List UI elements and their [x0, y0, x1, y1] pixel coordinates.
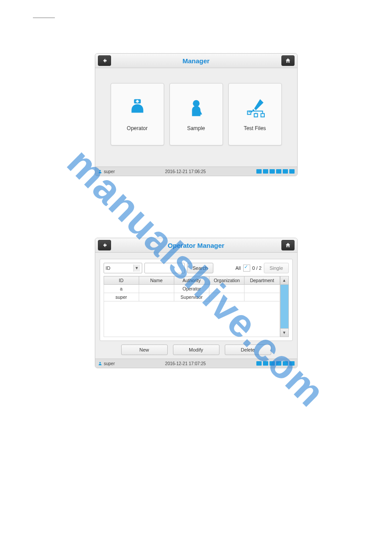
home-icon: [285, 58, 291, 64]
cell-name: [139, 285, 174, 293]
col-authority[interactable]: Authority: [174, 276, 209, 285]
counter-text: 0 / 2: [252, 265, 262, 271]
operator-icon: [127, 97, 148, 118]
page-title: Operator Manager: [111, 242, 281, 249]
all-label: All: [235, 265, 241, 271]
dropdown-value: ID: [106, 265, 111, 271]
single-button[interactable]: Single: [264, 263, 289, 273]
status-bar: super 2016-12-21 17:06:25: [95, 167, 297, 176]
sample-card[interactable]: Sample: [169, 83, 223, 145]
svg-rect-2: [136, 101, 139, 102]
status-user: super: [104, 361, 115, 366]
arrow-left-icon: [101, 242, 108, 248]
action-row: New Modify Delete: [100, 345, 293, 355]
cell-department: [245, 293, 280, 301]
test-files-card[interactable]: Test Files: [228, 83, 282, 145]
sample-icon: [186, 97, 207, 118]
cell-id: a: [104, 285, 139, 293]
cell-authority: Supervisor: [174, 293, 209, 301]
status-icon: [289, 169, 295, 174]
svg-point-10: [99, 362, 101, 363]
operator-manager-screenshot: Operator Manager ID ▼ Search All 0 / 2: [95, 238, 298, 368]
content-area: ID ▼ Search All 0 / 2 Single: [95, 253, 297, 359]
operator-table: ID Name Authority Organization Departmen…: [104, 276, 280, 301]
scrollbar[interactable]: ▲ ▼: [280, 276, 289, 337]
col-organization[interactable]: Organization: [209, 276, 245, 285]
content-area: Operator Sample Test Files: [95, 68, 297, 167]
table-row[interactable]: a Operator: [104, 285, 280, 293]
svg-rect-7: [254, 113, 258, 117]
col-department[interactable]: Department: [245, 276, 280, 285]
status-icon: [283, 361, 288, 366]
status-icon: [289, 361, 295, 366]
modify-button[interactable]: Modify: [173, 345, 219, 355]
home-button[interactable]: [281, 240, 295, 250]
status-datetime: 2016-12-21 17:07:25: [165, 361, 206, 366]
col-name[interactable]: Name: [139, 276, 174, 285]
all-checkbox[interactable]: [243, 265, 250, 272]
cell-organization: [209, 285, 245, 293]
cell-name: [139, 293, 174, 301]
sample-label: Sample: [187, 125, 205, 131]
status-icon: [283, 169, 288, 174]
status-icon: [256, 169, 262, 174]
status-datetime: 2016-12-21 17:06:25: [165, 169, 206, 174]
scroll-up-icon[interactable]: ▲: [281, 276, 288, 285]
page: manualshive.com Manager Operator: [0, 18, 392, 537]
table-row[interactable]: super Supervisor: [104, 293, 280, 301]
status-icon: [270, 169, 275, 174]
test-files-icon: [245, 97, 266, 118]
scroll-down-icon[interactable]: ▼: [281, 328, 288, 337]
titlebar: Operator Manager: [95, 238, 297, 253]
scroll-thumb[interactable]: [281, 285, 288, 328]
chevron-down-icon: ▼: [133, 265, 140, 272]
home-button[interactable]: [281, 55, 295, 66]
cell-authority: Operator: [174, 285, 209, 293]
back-button[interactable]: [98, 55, 111, 66]
arrow-left-icon: [101, 58, 108, 64]
status-icon: [276, 169, 281, 174]
search-button[interactable]: Search: [187, 263, 214, 273]
status-icon: [276, 361, 281, 366]
table-wrap: ID Name Authority Organization Departmen…: [104, 276, 289, 337]
operator-label: Operator: [127, 125, 147, 131]
filter-input[interactable]: [144, 263, 185, 273]
status-user: super: [104, 169, 115, 174]
status-icon: [256, 361, 262, 366]
table-panel: ID ▼ Search All 0 / 2 Single: [100, 259, 293, 341]
home-icon: [285, 242, 291, 248]
status-icon: [263, 169, 268, 174]
horizontal-rule: [33, 18, 55, 18]
cell-department: [245, 285, 280, 293]
col-id[interactable]: ID: [104, 276, 139, 285]
status-icon: [263, 361, 268, 366]
back-button[interactable]: [98, 240, 111, 250]
svg-point-9: [99, 170, 101, 171]
delete-button[interactable]: Delete: [225, 345, 271, 355]
filter-toolbar: ID ▼ Search All 0 / 2 Single: [104, 263, 289, 273]
svg-point-3: [193, 100, 199, 107]
status-bar: super 2016-12-21 17:07:25: [95, 359, 297, 368]
cell-organization: [209, 293, 245, 301]
operator-card[interactable]: Operator: [111, 83, 164, 145]
filter-dropdown[interactable]: ID ▼: [104, 263, 142, 273]
status-icons: [256, 361, 295, 366]
card-row: Operator Sample Test Files: [100, 83, 293, 145]
new-button[interactable]: New: [121, 345, 168, 355]
status-icon: [270, 361, 275, 366]
titlebar: Manager: [95, 54, 297, 68]
status-icons: [256, 169, 295, 174]
user-icon: [98, 361, 102, 366]
cell-id: super: [104, 293, 139, 301]
svg-rect-8: [261, 113, 264, 117]
table-empty-space: [104, 301, 280, 337]
page-title: Manager: [111, 57, 281, 65]
test-files-label: Test Files: [244, 125, 266, 131]
user-icon: [98, 169, 102, 174]
manager-screenshot: Manager Operator Sample: [95, 53, 298, 176]
